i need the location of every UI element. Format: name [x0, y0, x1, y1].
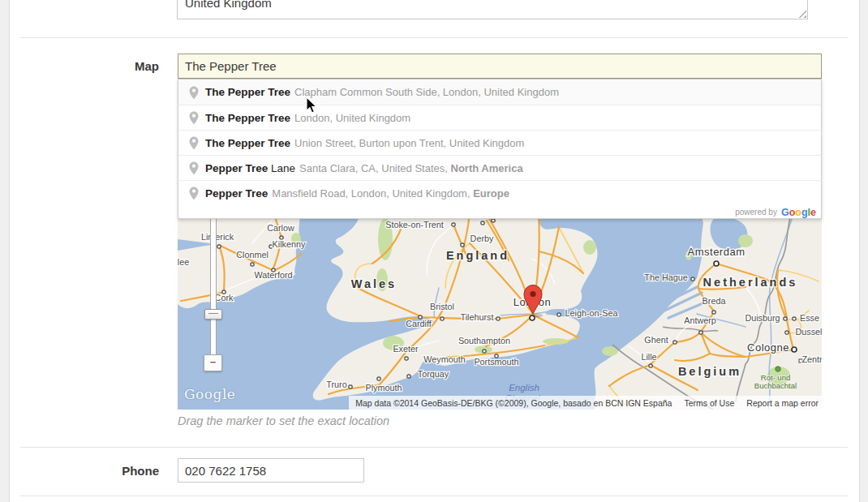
- city-dot: [461, 243, 464, 247]
- place-pin-icon: [189, 111, 199, 125]
- suggestion-secondary-text: Mansfield Road, London, United Kingdom, …: [272, 187, 509, 200]
- map-label: Zentr: [801, 354, 822, 364]
- map-image[interactable]: aleeLimerickCarlowKilkennyClonmelWaterfo…: [178, 207, 822, 410]
- map-attribution-bar: Map data ©2014 GeoBasis-DE/BKG (©2009), …: [349, 396, 822, 410]
- autocomplete-suggestion[interactable]: The Pepper TreeClapham Common South Side…: [178, 79, 821, 105]
- city-dot: [481, 221, 484, 225]
- map-label: Netherlands: [703, 276, 798, 289]
- map-label: Kilkenny: [273, 239, 306, 249]
- report-map-error-link[interactable]: Report a map error: [746, 398, 819, 408]
- phone-input[interactable]: [178, 458, 364, 483]
- city-dot: [492, 219, 495, 222]
- map-label: Exeter: [393, 344, 419, 354]
- city-dot: [483, 350, 486, 353]
- google-logo: Google: [781, 204, 816, 219]
- autocomplete-suggestion[interactable]: The Pepper TreeLondon, United Kingdom: [178, 105, 821, 130]
- map-label: Buchbachtal: [754, 381, 797, 390]
- map-field-label: Map: [32, 59, 159, 73]
- section-divider: [20, 496, 848, 496]
- suggestion-main-text: The Pepper Tree: [205, 86, 290, 98]
- place-pin-icon: [189, 136, 199, 150]
- map-label: alee: [178, 257, 189, 267]
- city-dot: [349, 385, 352, 388]
- address-textarea[interactable]: United Kingdom: [177, 0, 808, 19]
- map-label: Limerick: [201, 232, 234, 242]
- map-label: Lille: [641, 352, 656, 362]
- google-maps-logo[interactable]: Google: [184, 386, 235, 402]
- map-label: Plymouth: [365, 383, 402, 393]
- city-dot: [405, 357, 408, 360]
- map-label: Cork: [215, 293, 234, 302]
- map-label: Wales: [351, 277, 397, 290]
- terms-of-use-link[interactable]: Terms of Use: [684, 398, 734, 408]
- place-pin-icon: [189, 161, 199, 175]
- suggestion-secondary-text: Santa Clara, CA, United States, North Am…: [299, 162, 523, 174]
- city-dot: [649, 364, 652, 367]
- powered-by-google-bar: powered by Google: [178, 205, 821, 218]
- map-label: Derby: [471, 234, 494, 243]
- map-label: Waterford: [255, 270, 293, 280]
- section-divider: [20, 37, 848, 38]
- city-dot: [699, 331, 703, 334]
- map-label: Clonmel: [236, 250, 269, 260]
- page-gutter-left: [0, 0, 10, 502]
- place-pin-icon: [189, 187, 199, 200]
- suggestion-main-text: Pepper Tree Lane: [205, 162, 295, 174]
- map-label: Tilehurst: [461, 312, 494, 322]
- map-label: Stoke-on-Trent: [385, 220, 444, 230]
- map-zoom-slider-thumb[interactable]: [204, 309, 222, 320]
- map-label: Esse: [800, 313, 819, 323]
- map-label: Ghent: [644, 335, 668, 345]
- map-label: Breda: [703, 296, 726, 306]
- suggestion-secondary-text: Clapham Common South Side, London, Unite…: [294, 86, 559, 98]
- map-label: Cologne: [747, 341, 789, 354]
- city-dot: [712, 311, 715, 314]
- powered-by-text: powered by: [735, 208, 777, 217]
- autocomplete-suggestion[interactable]: The Pepper TreeUnion Street, Burton upon…: [178, 130, 821, 155]
- place-pin-icon: [189, 86, 199, 100]
- map-label: Duisburg: [745, 313, 780, 323]
- autocomplete-suggestion[interactable]: Pepper Tree LaneSanta Clara, CA, United …: [178, 155, 821, 180]
- city-dot: [452, 223, 455, 226]
- map-label: Weymouth: [423, 354, 465, 364]
- suggestion-main-text: The Pepper Tree: [205, 112, 290, 124]
- map-label: Torquay: [418, 369, 449, 379]
- autocomplete-suggestion[interactable]: Pepper TreeMansfield Road, London, Unite…: [178, 180, 821, 205]
- map-zoom-out-button[interactable]: −: [204, 354, 222, 371]
- map-label: Carlow: [267, 223, 294, 233]
- city-dot: [785, 331, 789, 334]
- map-label: The Hague: [644, 272, 687, 282]
- map-label: Antwerp: [684, 315, 716, 325]
- section-divider: [20, 447, 848, 448]
- map-label: Leigh-on-Sea: [565, 308, 618, 318]
- map-search-input[interactable]: [178, 54, 822, 79]
- suggestion-secondary-text: London, United Kingdom: [294, 112, 410, 124]
- map-label: Dussel: [795, 327, 822, 337]
- map-label: Portsmouth: [474, 357, 518, 367]
- city-dot: [440, 317, 444, 320]
- map-label: Bristol: [430, 302, 454, 311]
- city-dot: [673, 341, 677, 344]
- map-drag-hint: Drag the marker to set the exact locatio…: [178, 414, 389, 427]
- city-dot: [691, 277, 694, 281]
- map-canvas[interactable]: aleeLimerickCarlowKilkennyClonmelWaterfo…: [178, 207, 822, 410]
- city-dot: [784, 317, 787, 320]
- map-label: Belgium: [678, 365, 741, 378]
- city-dot: [496, 317, 500, 320]
- autocomplete-dropdown: The Pepper TreeClapham Common South Side…: [178, 79, 822, 219]
- map-label: Amsterdam: [688, 246, 746, 258]
- city-dot: [792, 347, 797, 352]
- map-attribution-text: Map data ©2014 GeoBasis-DE/BKG (©2009), …: [355, 398, 672, 408]
- suggestion-main-text: The Pepper Tree: [205, 137, 290, 149]
- page-gutter-right: [859, 0, 868, 502]
- city-dot: [714, 261, 719, 266]
- city-dot: [377, 377, 380, 380]
- suggestion-main-text: Pepper Tree: [205, 187, 268, 200]
- city-dot: [407, 375, 410, 378]
- city-dot: [557, 313, 561, 316]
- map-zoom-slider-track[interactable]: [210, 207, 217, 359]
- map-label: Southampton: [458, 336, 510, 345]
- suggestion-secondary-text: Union Street, Burton upon Trent, United …: [294, 137, 524, 149]
- map-label: England: [446, 249, 509, 262]
- park-marker-icon: [776, 367, 780, 371]
